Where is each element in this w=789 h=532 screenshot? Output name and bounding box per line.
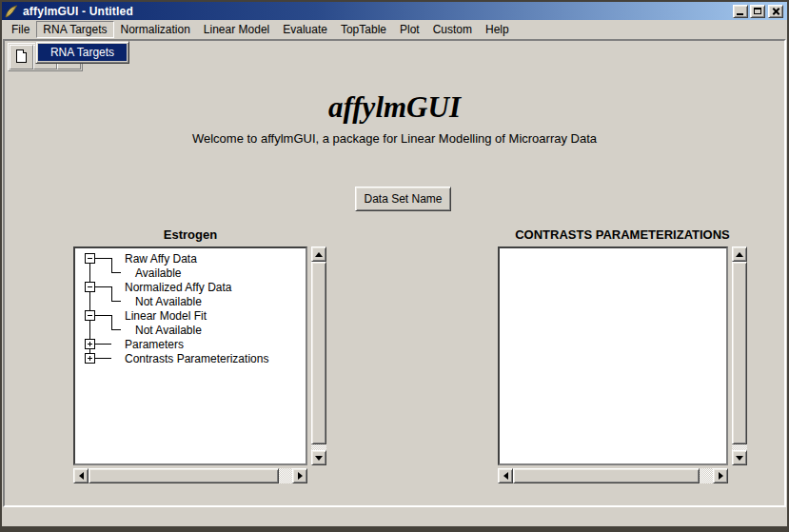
scrollbar-thumb[interactable] [89,468,279,483]
scroll-left-icon [503,472,508,480]
expander-minus-icon[interactable] [85,253,95,264]
page-title: affylmGUI [0,90,789,125]
scroll-right-button[interactable] [292,468,307,483]
window-title: affylmGUI - Untitled [23,5,133,18]
new-document-icon [16,49,27,63]
scrollbar-thumb[interactable] [311,262,326,444]
feather-icon[interactable] [5,5,18,18]
tree-item-available[interactable]: Available [77,266,304,280]
menu-file[interactable]: File [5,21,36,38]
minimize-icon [737,13,743,15]
estrogen-horizontal-scrollbar[interactable] [73,468,307,483]
scroll-up-button[interactable] [732,246,747,262]
menu-bar: File RNA Targets Normalization Linear Mo… [2,20,787,39]
window-border [0,0,789,2]
title-bar[interactable]: affylmGUI - Untitled [2,2,787,20]
tree-item-linear-model-fit[interactable]: Linear Model Fit [77,308,304,323]
scroll-right-icon [719,472,723,480]
menu-toptable[interactable]: TopTable [334,21,393,38]
menu-evaluate[interactable]: Evaluate [276,21,334,38]
expander-plus-icon[interactable] [85,353,95,364]
menu-item-rna-targets[interactable]: RNA Targets [38,44,127,61]
application-window: affylmGUI - Untitled File RNA Targets No… [0,0,789,532]
contrasts-listbox[interactable] [498,246,728,465]
estrogen-listbox[interactable]: Raw Affy Data Available Normalized Affy … [73,246,307,465]
expander-plus-icon[interactable] [85,339,95,349]
scroll-right-icon [298,472,303,480]
maximize-icon [754,8,761,14]
menu-help[interactable]: Help [479,21,516,38]
menu-plot[interactable]: Plot [393,21,426,38]
expander-minus-icon[interactable] [85,282,95,292]
scroll-down-icon [736,456,743,461]
scroll-up-icon [315,252,323,257]
scroll-left-icon [79,472,84,480]
scroll-up-button[interactable] [311,246,326,262]
estrogen-vertical-scrollbar[interactable] [311,246,326,465]
data-set-name-button[interactable]: Data Set Name [355,187,451,211]
scroll-left-button[interactable] [73,468,89,483]
welcome-text: Welcome to affylmGUI, a package for Line… [0,131,789,146]
tree-item-parameters[interactable]: Parameters [77,337,304,351]
scroll-right-button[interactable] [713,468,728,483]
tree-item-not-available[interactable]: Not Available [77,323,304,337]
scroll-up-icon [736,252,743,257]
tree-item-normalized-affy-data[interactable]: Normalized Affy Data [77,280,304,294]
scrollbar-thumb[interactable] [732,262,747,444]
status-tree: Raw Affy Data Available Normalized Affy … [77,251,304,462]
estrogen-label: Estrogen [73,227,307,242]
close-button[interactable] [768,5,783,18]
tree-item-not-available[interactable]: Not Available [77,294,304,308]
tree-item-contrasts-parameterizations[interactable]: Contrasts Parameterizations [77,351,304,365]
window-border [0,0,2,532]
scrollbar-thumb[interactable] [513,468,700,483]
menu-rna-targets[interactable]: RNA Targets [36,21,113,38]
scroll-left-button[interactable] [498,468,513,483]
menu-linear-model[interactable]: Linear Model [197,21,276,38]
contrasts-horizontal-scrollbar[interactable] [498,468,728,483]
new-document-button[interactable] [10,45,33,69]
expander-minus-icon[interactable] [85,310,95,321]
menu-custom[interactable]: Custom [426,21,479,38]
window-border [0,526,789,532]
rna-targets-dropdown: RNA Targets [35,41,129,64]
contrasts-vertical-scrollbar[interactable] [732,246,747,465]
minimize-button[interactable] [733,5,748,18]
maximize-button[interactable] [750,5,765,18]
contrasts-label: CONTRASTS PARAMETERIZATIONS [498,227,747,242]
tree-item-raw-affy-data[interactable]: Raw Affy Data [77,251,304,266]
scroll-down-icon [315,456,323,461]
scroll-down-button[interactable] [311,450,326,465]
scroll-down-button[interactable] [732,450,747,465]
menu-normalization[interactable]: Normalization [114,21,197,38]
